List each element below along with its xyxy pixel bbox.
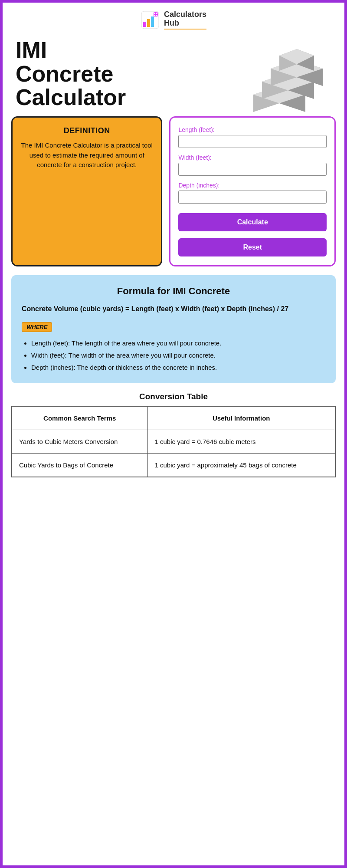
svg-rect-1 <box>143 22 146 27</box>
formula-list: Length (feet): The length of the area wh… <box>22 338 325 373</box>
definition-card: DEFINITION The IMI Concrete Calculator i… <box>11 116 162 266</box>
svg-rect-3 <box>151 16 154 27</box>
length-field-group: Length (feet): <box>178 126 327 148</box>
svg-rect-5 <box>154 13 155 14</box>
svg-rect-7 <box>154 15 155 16</box>
brand-name: Calculators <box>164 10 206 19</box>
page-title: IMIConcreteCalculator <box>16 38 240 109</box>
width-input[interactable] <box>178 163 327 176</box>
table-row: Cubic Yards to Bags of Concrete 1 cubic … <box>12 454 335 477</box>
formula-body: Concrete Volume (cubic yards) = Length (… <box>22 304 325 314</box>
logo-icon <box>141 10 160 30</box>
table-cell-info-1: 1 cubic yard = 0.7646 cubic meters <box>147 430 335 454</box>
calculate-button[interactable]: Calculate <box>178 213 327 231</box>
conversion-section: Conversion Table Common Search Terms Use… <box>3 392 344 490</box>
calculator-card: Length (feet): Width (feet): Depth (inch… <box>169 116 336 266</box>
table-cell-info-2: 1 cubic yard = approximately 45 bags of … <box>147 454 335 477</box>
depth-field-group: Depth (inches): <box>178 182 327 204</box>
formula-bullet-1: Length (feet): The length of the area wh… <box>31 338 325 349</box>
table-cell-terms-1: Yards to Cubic Meters Conversion <box>12 430 147 454</box>
length-label: Length (feet): <box>178 126 327 133</box>
where-badge: WHERE <box>22 322 52 332</box>
definition-text: The IMI Concrete Calculator is a practic… <box>20 141 154 170</box>
svg-rect-6 <box>156 13 157 14</box>
depth-label: Depth (inches): <box>178 182 327 189</box>
depth-input[interactable] <box>178 191 327 204</box>
conversion-title: Conversion Table <box>11 392 336 401</box>
table-cell-terms-2: Cubic Yards to Bags of Concrete <box>12 454 147 477</box>
logo-underline <box>164 29 206 30</box>
table-header-row: Common Search Terms Useful Information <box>12 406 335 430</box>
concrete-blocks-image <box>245 43 331 112</box>
brand-sub: Hub <box>164 19 206 28</box>
definition-label: DEFINITION <box>20 126 154 135</box>
conversion-table: Common Search Terms Useful Information Y… <box>11 406 336 477</box>
formula-title: Formula for IMI Concrete <box>22 286 325 297</box>
svg-rect-2 <box>147 19 150 27</box>
length-input[interactable] <box>178 135 327 148</box>
width-label: Width (feet): <box>178 154 327 161</box>
svg-rect-8 <box>156 15 157 16</box>
cards-row: DEFINITION The IMI Concrete Calculator i… <box>3 116 344 275</box>
title-section: IMIConcreteCalculator <box>3 34 344 116</box>
width-field-group: Width (feet): <box>178 154 327 176</box>
header: Calculators Hub <box>3 3 344 34</box>
formula-section: Formula for IMI Concrete Concrete Volume… <box>11 275 336 383</box>
col-header-info: Useful Information <box>147 406 335 430</box>
formula-bullet-3: Depth (inches): The depth or thickness o… <box>31 362 325 373</box>
col-header-terms: Common Search Terms <box>12 406 147 430</box>
formula-bullet-2: Width (feet): The width of the area wher… <box>31 350 325 361</box>
logo-text: Calculators Hub <box>164 10 206 30</box>
reset-button[interactable]: Reset <box>178 238 327 256</box>
table-row: Yards to Cubic Meters Conversion 1 cubic… <box>12 430 335 454</box>
